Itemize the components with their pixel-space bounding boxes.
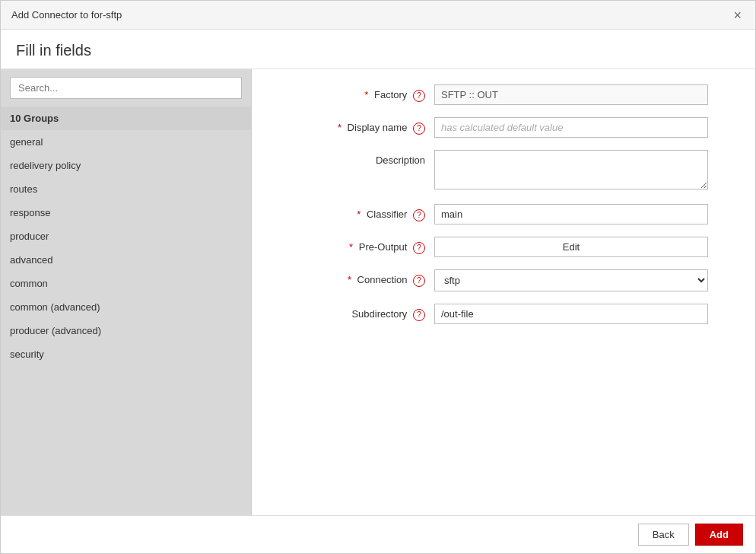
connection-help-icon[interactable]: ? [413,275,425,287]
sidebar-item-routes[interactable]: routes [1,177,251,201]
subdirectory-help-icon[interactable]: ? [413,309,425,321]
pre-output-help-icon[interactable]: ? [413,242,425,254]
form-row-subdirectory: Subdirectory ? [282,304,725,324]
form-row-classifier: * Classifier ? [282,204,725,224]
required-star-pre-output: * [349,241,353,253]
groups-header: 10 Groups [1,107,251,130]
description-control [434,150,708,192]
sidebar-item-security[interactable]: security [1,342,251,366]
sidebar-item-response[interactable]: response [1,201,251,224]
classifier-help-icon[interactable]: ? [413,209,425,221]
back-button[interactable]: Back [638,524,689,546]
sidebar-item-advanced[interactable]: advanced [1,248,251,272]
display-name-input[interactable] [434,117,708,138]
factory-control [434,84,708,105]
pre-output-edit-button[interactable]: Edit [434,237,708,257]
form-row-display-name: * Display name ? [282,117,725,138]
classifier-label: * Classifier ? [282,204,434,221]
sidebar-item-producer[interactable]: producer [1,224,251,248]
search-input[interactable] [10,77,242,99]
modal-title: Add Connector to for-sftp [11,9,122,21]
connection-control: sftp [434,269,708,291]
section-title: Fill in fields [1,30,755,69]
factory-help-icon[interactable]: ? [413,90,425,102]
search-container [1,69,251,107]
sidebar-item-common-advanced[interactable]: common (advanced) [1,295,251,319]
modal-header: Add Connector to for-sftp × [1,1,755,30]
modal-body: 10 Groups general redelivery policy rout… [1,69,755,515]
modal-footer: Back Add [1,515,755,553]
pre-output-label: * Pre-Output ? [282,237,434,254]
content-area: * Factory ? * Display name ? [252,69,755,515]
sidebar-item-redelivery-policy[interactable]: redelivery policy [1,154,251,177]
required-star-classifier: * [357,209,361,220]
description-label: Description [282,150,434,166]
classifier-control [434,204,708,224]
connection-select[interactable]: sftp [434,269,708,291]
sidebar: 10 Groups general redelivery policy rout… [1,69,252,515]
display-name-label: * Display name ? [282,117,434,135]
modal-container: Add Connector to for-sftp × Fill in fiel… [0,0,756,554]
required-star-display-name: * [338,122,341,133]
subdirectory-input[interactable] [434,304,708,324]
classifier-input[interactable] [434,204,708,224]
description-textarea[interactable] [434,150,708,189]
required-star-factory: * [364,89,368,100]
add-button[interactable]: Add [695,524,743,546]
pre-output-control: Edit [434,237,708,257]
form-row-factory: * Factory ? [282,84,725,105]
form-row-pre-output: * Pre-Output ? Edit [282,237,725,257]
display-name-control [434,117,708,138]
factory-input[interactable] [434,84,708,105]
form-row-description: Description [282,150,725,192]
sidebar-item-common[interactable]: common [1,272,251,295]
factory-label: * Factory ? [282,84,434,102]
form-row-connection: * Connection ? sftp [282,269,725,291]
required-star-connection: * [348,274,351,285]
subdirectory-control [434,304,708,324]
subdirectory-label: Subdirectory ? [282,304,434,321]
sidebar-item-general[interactable]: general [1,130,251,154]
display-name-help-icon[interactable]: ? [413,123,425,135]
connection-label: * Connection ? [282,269,434,287]
close-button[interactable]: × [730,8,745,22]
sidebar-item-producer-advanced[interactable]: producer (advanced) [1,319,251,342]
